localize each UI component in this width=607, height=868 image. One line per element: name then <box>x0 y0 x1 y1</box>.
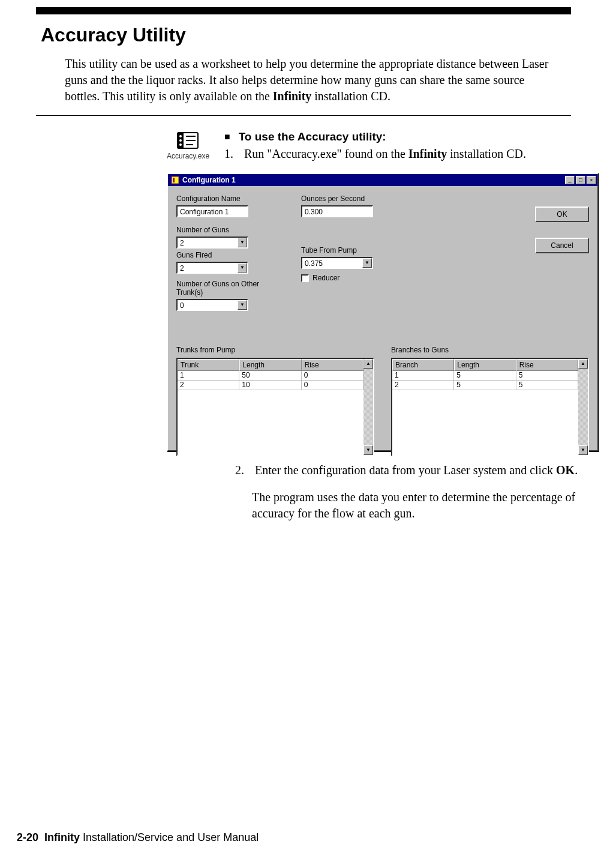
branches-label: Branches to Guns <box>391 346 589 354</box>
branch-col-1[interactable]: Length <box>454 359 516 371</box>
window-title: Configuration 1 <box>182 176 564 184</box>
trunk-col-1[interactable]: Length <box>239 359 301 371</box>
checkbox-icon[interactable] <box>301 274 309 282</box>
branches-list[interactable]: Branch Length Rise 1 5 5 <box>391 358 589 456</box>
dropdown-icon[interactable]: ▼ <box>238 263 247 273</box>
config-name-label: Configuration Name <box>176 194 266 203</box>
config-name-input[interactable]: Configuration 1 <box>176 205 248 217</box>
page-title: Accuracy Utility <box>41 24 571 46</box>
scrollbar[interactable]: ▲ ▼ <box>578 359 588 455</box>
branches-header-row: Branch Length Rise <box>392 359 578 371</box>
tube-from-pump-label: Tube From Pump <box>301 246 403 255</box>
scroll-up-icon[interactable]: ▲ <box>363 359 373 369</box>
dropdown-icon[interactable]: ▼ <box>238 238 247 247</box>
result-paragraph: The program uses the data you enter to d… <box>252 489 595 522</box>
divider <box>36 115 571 116</box>
footer-bold: Infinity <box>44 831 80 843</box>
num-guns-label: Number of Guns <box>176 226 266 234</box>
num-guns-combo[interactable]: 2 ▼ <box>176 237 248 249</box>
trunks-list[interactable]: Trunk Length Rise 1 50 0 <box>176 358 374 456</box>
step-2-post: . <box>575 463 578 477</box>
close-button[interactable]: × <box>587 176 596 184</box>
step-2-num: 2. <box>235 463 252 477</box>
num-other-combo[interactable]: 0 ▼ <box>176 299 248 311</box>
page-number: 2-20 <box>17 831 38 843</box>
svg-point-4 <box>179 143 182 146</box>
intro-bold: Infinity <box>273 89 311 103</box>
num-other-label: Number of Guns on Other Trunk(s) <box>176 280 266 297</box>
table-row[interactable]: 2 10 0 <box>178 381 363 390</box>
svg-rect-8 <box>172 176 179 184</box>
svg-point-3 <box>179 139 182 142</box>
step-2-bold: OK <box>556 463 575 477</box>
minimize-button[interactable]: _ <box>565 176 575 184</box>
step-1-pre: Run "Accuracy.exe" found on the <box>244 147 408 160</box>
step-1: 1. Run "Accuracy.exe" found on the Infin… <box>224 147 526 161</box>
titlebar[interactable]: Configuration 1 _ □ × <box>168 174 597 186</box>
branch-col-0[interactable]: Branch <box>392 359 454 371</box>
exe-icon-label: Accuracy.exe <box>167 152 209 160</box>
guns-fired-combo[interactable]: 2 ▼ <box>176 262 248 274</box>
reducer-checkbox[interactable]: Reducer <box>301 274 403 282</box>
accuracy-exe-icon: Accuracy.exe <box>167 130 209 160</box>
page-footer: 2-20 Infinity Installation/Service and U… <box>17 831 259 844</box>
step-2: 2. Enter the configuration data from you… <box>235 463 595 477</box>
trunk-col-2[interactable]: Rise <box>302 359 363 371</box>
cancel-button[interactable]: Cancel <box>535 238 589 253</box>
trunks-label: Trunks from Pump <box>176 346 374 354</box>
oz-per-sec-label: Ounces per Second <box>301 194 403 203</box>
step-1-bold: Infinity <box>408 147 447 160</box>
scroll-track[interactable] <box>363 369 373 445</box>
scroll-track[interactable] <box>578 369 588 445</box>
trunks-header-row: Trunk Length Rise <box>178 359 363 371</box>
configuration-dialog: Configuration 1 _ □ × Configuration Name… <box>167 173 599 451</box>
square-bullet-icon: ■ <box>224 131 230 142</box>
branch-col-2[interactable]: Rise <box>516 359 578 371</box>
tube-from-pump-combo[interactable]: 0.375 ▼ <box>301 257 373 269</box>
scroll-up-icon[interactable]: ▲ <box>578 359 588 369</box>
reducer-label: Reducer <box>312 274 339 282</box>
dropdown-icon[interactable]: ▼ <box>362 258 372 268</box>
table-row[interactable]: 1 5 5 <box>392 371 578 381</box>
svg-point-2 <box>179 135 182 137</box>
table-row[interactable]: 1 50 0 <box>178 371 363 381</box>
app-icon <box>170 175 180 185</box>
scrollbar[interactable]: ▲ ▼ <box>363 359 373 455</box>
footer-rest: Installation/Service and User Manual <box>80 831 259 843</box>
dropdown-icon[interactable]: ▼ <box>238 300 247 310</box>
scroll-down-icon[interactable]: ▼ <box>578 445 588 455</box>
maximize-button[interactable]: □ <box>576 176 585 184</box>
table-row[interactable]: 2 5 5 <box>392 381 578 390</box>
intro-text-post: installation CD. <box>311 89 390 103</box>
procedure-header: ■ To use the Accuracy utility: <box>224 130 526 143</box>
trunk-col-0[interactable]: Trunk <box>178 359 239 371</box>
scroll-down-icon[interactable]: ▼ <box>363 445 373 455</box>
svg-rect-9 <box>173 178 175 182</box>
guns-fired-label: Guns Fired <box>176 251 266 259</box>
step-2-pre: Enter the configuration data from your L… <box>255 463 556 477</box>
oz-per-sec-input[interactable]: 0.300 <box>301 205 373 217</box>
intro-paragraph: This utility can be used as a worksheet … <box>65 56 559 104</box>
procedure-header-text: To use the Accuracy utility: <box>239 130 386 143</box>
header-rule <box>36 7 571 14</box>
step-1-num: 1. <box>224 147 241 161</box>
ok-button[interactable]: OK <box>535 206 589 222</box>
step-1-post: installation CD. <box>447 147 526 160</box>
